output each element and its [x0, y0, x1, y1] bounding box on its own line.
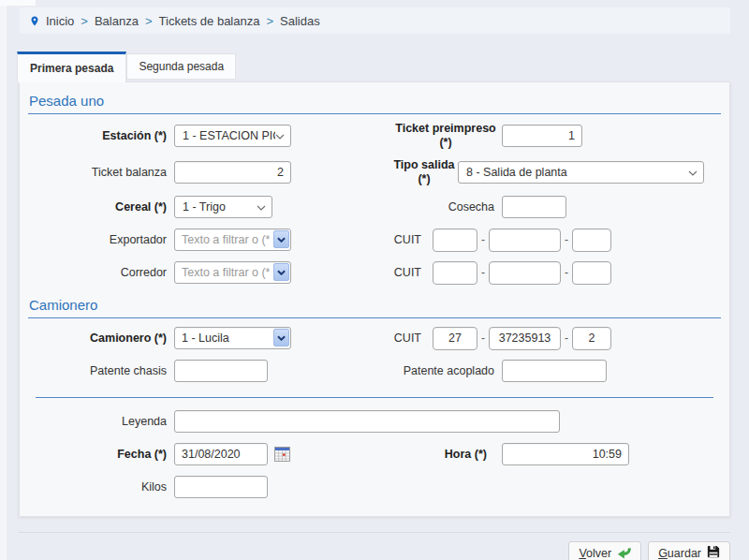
page-left-edge — [0, 0, 7, 560]
calendar-icon[interactable] — [274, 447, 290, 462]
kilos-label: Kilos — [28, 480, 167, 494]
corredor-combobox — [174, 261, 291, 284]
tab-bar: Primera pesada Segunda pesada — [17, 52, 749, 81]
corredor-cuit-label: CUIT — [393, 266, 421, 280]
camionero-combobox — [174, 327, 291, 349]
exportador-combobox — [174, 228, 291, 251]
cereal-select[interactable]: 1 - Trigo — [174, 196, 272, 218]
tipo-salida-select[interactable]: 8 - Salida de planta — [458, 161, 704, 184]
breadcrumb-separator: > — [145, 14, 153, 28]
breadcrumb: Inicio > Balanza > Tickets de balanza > … — [20, 7, 730, 34]
fecha-input[interactable] — [174, 443, 268, 465]
camionero-cuit-part3-input[interactable] — [572, 327, 611, 350]
breadcrumb-item-salidas[interactable]: Salidas — [280, 14, 320, 28]
cereal-selected-value: 1 - Trigo — [183, 200, 226, 214]
volver-button[interactable]: Volver — [568, 541, 641, 560]
form-row: Kilos — [28, 475, 721, 499]
camionero-label: Camionero (*) — [28, 332, 167, 346]
tipo-salida-selected-value: 8 - Salida de planta — [466, 166, 567, 179]
form-row: Camionero (*) CUIT - - — [28, 326, 721, 350]
volver-button-label: Volver — [579, 547, 611, 560]
corredor-label: Corredor — [28, 266, 167, 280]
ticket-balanza-input[interactable] — [174, 161, 291, 184]
fecha-label: Fecha (*) — [28, 448, 167, 462]
section-divider — [36, 397, 713, 398]
tab-primera-pesada[interactable]: Primera pesada — [17, 52, 126, 82]
cuit-dash: - — [481, 332, 485, 345]
hora-label: Hora (*) — [290, 448, 494, 462]
cuit-dash: - — [565, 266, 568, 279]
cosecha-input[interactable] — [502, 196, 566, 218]
estacion-label: Estación (*) — [28, 129, 167, 143]
form-row: Patente chasis Patente acoplado — [28, 359, 721, 383]
return-arrow-icon — [617, 545, 631, 560]
breadcrumb-item-inicio[interactable]: Inicio — [46, 14, 74, 28]
tipo-salida-label: Tipo salida (*) — [393, 158, 455, 186]
breadcrumb-item-balanza[interactable]: Balanza — [95, 14, 139, 28]
combo-arrow-button[interactable] — [273, 263, 289, 281]
form-row: Leyenda — [28, 409, 721, 434]
corredor-cuit-group: - - — [433, 261, 611, 285]
cuit-dash: - — [481, 233, 485, 246]
form-panel: Pesada uno Estación (*) 1 - ESTACION PIG… — [19, 81, 730, 517]
chevron-down-icon — [275, 129, 285, 142]
leyenda-label: Leyenda — [28, 415, 167, 429]
corredor-cuit-part1-input[interactable] — [433, 261, 477, 285]
page-top-corner — [0, 0, 36, 6]
patente-acoplado-input[interactable] — [502, 360, 607, 382]
guardar-button[interactable]: Guardar — [648, 541, 730, 560]
patente-acoplado-label: Patente acoplado — [393, 364, 494, 378]
exportador-label: Exportador — [28, 233, 167, 247]
combo-arrow-button[interactable] — [273, 329, 289, 346]
location-pin-icon — [29, 14, 40, 28]
breadcrumb-separator: > — [266, 14, 273, 28]
section-title-pesada-uno: Pesada uno — [28, 92, 721, 114]
cosecha-label: Cosecha — [393, 200, 494, 214]
corredor-cuit-part2-input[interactable] — [489, 261, 561, 285]
cereal-label: Cereal (*) — [28, 200, 167, 214]
estacion-select[interactable]: 1 - ESTACION PIGUE — [174, 125, 291, 147]
ticket-preimpreso-input[interactable] — [502, 125, 582, 147]
cuit-dash: - — [565, 233, 568, 246]
exportador-cuit-part3-input[interactable] — [572, 228, 611, 252]
guardar-button-label: Guardar — [658, 547, 701, 560]
tab-segunda-pesada[interactable]: Segunda pesada — [126, 53, 236, 80]
form-row: Ticket balanza Tipo salida (*) 8 - Salid… — [28, 158, 721, 186]
camionero-cuit-group: - - — [433, 327, 611, 350]
camionero-cuit-label: CUIT — [393, 332, 421, 346]
chevron-down-icon — [257, 200, 266, 214]
exportador-cuit-part1-input[interactable] — [433, 228, 477, 252]
combo-arrow-button[interactable] — [273, 230, 289, 248]
estacion-selected-value: 1 - ESTACION PIGUE — [183, 129, 275, 142]
form-row: Estación (*) 1 - ESTACION PIGUE Ticket p… — [28, 122, 721, 150]
section-title-camionero: Camionero — [28, 296, 721, 318]
ticket-balanza-label: Ticket balanza — [28, 166, 167, 180]
form-row: Corredor CUIT - - — [28, 260, 721, 285]
breadcrumb-item-tickets-de-balanza[interactable]: Tickets de balanza — [159, 14, 260, 28]
footer-action-bar: Volver Guardar — [19, 532, 730, 560]
cuit-dash: - — [565, 332, 568, 345]
form-row: Exportador CUIT - - — [28, 228, 721, 252]
chevron-down-icon — [688, 166, 698, 179]
save-floppy-icon — [707, 545, 720, 560]
corredor-cuit-part3-input[interactable] — [572, 261, 611, 285]
leyenda-input[interactable] — [174, 410, 560, 433]
camionero-cuit-part2-input[interactable] — [489, 327, 561, 350]
patente-chasis-label: Patente chasis — [28, 364, 167, 378]
exportador-cuit-label: CUIT — [393, 233, 421, 247]
ticket-preimpreso-label: Ticket preimpreso (*) — [393, 122, 498, 150]
exportador-cuit-group: - - — [433, 228, 611, 252]
breadcrumb-separator: > — [81, 14, 88, 28]
exportador-cuit-part2-input[interactable] — [489, 228, 561, 252]
cuit-dash: - — [481, 266, 485, 279]
form-row: Cereal (*) 1 - Trigo Cosecha — [28, 195, 721, 219]
kilos-input[interactable] — [174, 476, 268, 498]
hora-input[interactable] — [502, 443, 629, 465]
camionero-cuit-part1-input[interactable] — [433, 327, 477, 350]
form-row: Fecha (*) Hora (*) — [28, 442, 721, 466]
patente-chasis-input[interactable] — [174, 360, 268, 382]
